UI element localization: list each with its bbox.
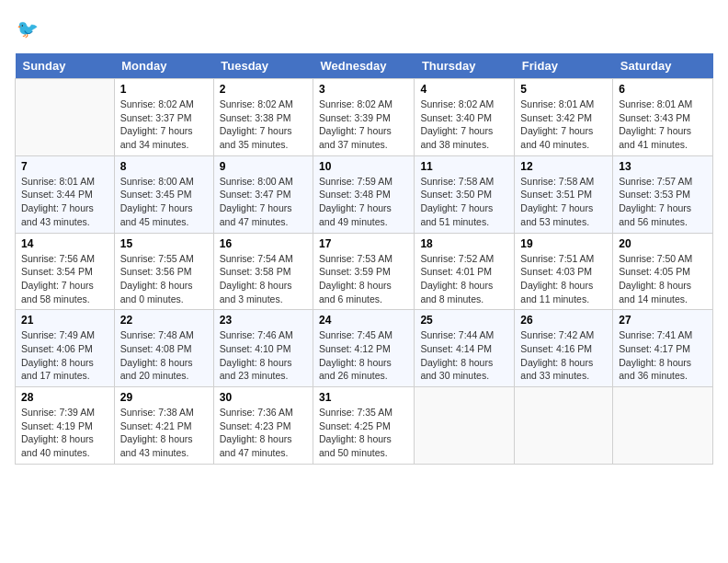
day-number: 25 xyxy=(420,314,508,327)
day-number: 5 xyxy=(520,83,607,96)
calendar-cell xyxy=(613,387,713,465)
calendar-cell: 26Sunrise: 7:42 AMSunset: 4:16 PMDayligh… xyxy=(515,310,613,387)
day-info: Sunrise: 7:50 AMSunset: 4:05 PMDaylight:… xyxy=(619,252,707,306)
day-number: 21 xyxy=(21,314,108,327)
day-info: Sunrise: 7:48 AMSunset: 4:08 PMDaylight:… xyxy=(120,328,208,383)
calendar-cell: 14Sunrise: 7:56 AMSunset: 3:54 PMDayligh… xyxy=(16,233,115,310)
day-number: 31 xyxy=(319,391,408,404)
day-number: 22 xyxy=(120,314,208,327)
calendar-cell xyxy=(415,387,515,465)
calendar-cell: 22Sunrise: 7:48 AMSunset: 4:08 PMDayligh… xyxy=(114,310,213,387)
day-number: 24 xyxy=(319,314,408,327)
day-info: Sunrise: 7:55 AMSunset: 3:56 PMDaylight:… xyxy=(120,252,208,306)
day-info: Sunrise: 8:01 AMSunset: 3:42 PMDaylight:… xyxy=(520,98,607,152)
page-header: 🐦 xyxy=(15,15,713,44)
day-number: 6 xyxy=(619,83,707,96)
calendar-cell: 7Sunrise: 8:01 AMSunset: 3:44 PMDaylight… xyxy=(16,155,115,233)
day-number: 10 xyxy=(319,160,408,173)
day-number: 8 xyxy=(120,160,208,173)
day-info: Sunrise: 7:58 AMSunset: 3:51 PMDaylight:… xyxy=(520,175,607,229)
week-row-3: 21Sunrise: 7:49 AMSunset: 4:06 PMDayligh… xyxy=(16,310,713,387)
svg-text:🐦: 🐦 xyxy=(17,18,39,40)
calendar-header: SundayMondayTuesdayWednesdayThursdayFrid… xyxy=(16,53,713,79)
calendar-cell: 30Sunrise: 7:36 AMSunset: 4:23 PMDayligh… xyxy=(213,387,313,465)
header-friday: Friday xyxy=(515,53,613,79)
calendar-cell: 27Sunrise: 7:41 AMSunset: 4:17 PMDayligh… xyxy=(613,310,713,387)
calendar-cell: 4Sunrise: 8:02 AMSunset: 3:40 PMDaylight… xyxy=(415,79,515,156)
day-number: 14 xyxy=(21,237,108,250)
day-info: Sunrise: 8:00 AMSunset: 3:47 PMDaylight:… xyxy=(220,175,307,229)
calendar-cell xyxy=(16,79,115,156)
day-number: 2 xyxy=(220,83,307,96)
day-number: 15 xyxy=(120,237,208,250)
calendar-cell: 5Sunrise: 8:01 AMSunset: 3:42 PMDaylight… xyxy=(515,79,613,156)
day-number: 30 xyxy=(220,391,307,404)
day-info: Sunrise: 7:46 AMSunset: 4:10 PMDaylight:… xyxy=(220,328,307,383)
calendar-cell: 16Sunrise: 7:54 AMSunset: 3:58 PMDayligh… xyxy=(213,233,313,310)
header-saturday: Saturday xyxy=(613,53,713,79)
day-number: 18 xyxy=(420,237,508,250)
day-number: 11 xyxy=(420,160,508,173)
calendar-body: 1Sunrise: 8:02 AMSunset: 3:37 PMDaylight… xyxy=(16,79,713,465)
day-number: 16 xyxy=(220,237,307,250)
day-number: 23 xyxy=(220,314,307,327)
calendar-cell: 18Sunrise: 7:52 AMSunset: 4:01 PMDayligh… xyxy=(415,233,515,310)
day-info: Sunrise: 7:36 AMSunset: 4:23 PMDaylight:… xyxy=(220,406,307,460)
day-info: Sunrise: 7:53 AMSunset: 3:59 PMDaylight:… xyxy=(319,252,408,306)
calendar-cell: 12Sunrise: 7:58 AMSunset: 3:51 PMDayligh… xyxy=(515,155,613,233)
calendar-cell: 1Sunrise: 8:02 AMSunset: 3:37 PMDaylight… xyxy=(114,79,213,156)
header-wednesday: Wednesday xyxy=(313,53,415,79)
calendar-cell: 31Sunrise: 7:35 AMSunset: 4:25 PMDayligh… xyxy=(313,387,415,465)
calendar-cell: 19Sunrise: 7:51 AMSunset: 4:03 PMDayligh… xyxy=(515,233,613,310)
day-info: Sunrise: 8:01 AMSunset: 3:44 PMDaylight:… xyxy=(21,175,108,229)
day-info: Sunrise: 8:02 AMSunset: 3:37 PMDaylight:… xyxy=(120,98,208,152)
calendar-cell xyxy=(515,387,613,465)
day-info: Sunrise: 7:44 AMSunset: 4:14 PMDaylight:… xyxy=(420,328,508,383)
calendar-table: SundayMondayTuesdayWednesdayThursdayFrid… xyxy=(15,53,713,465)
day-info: Sunrise: 7:54 AMSunset: 3:58 PMDaylight:… xyxy=(220,252,307,306)
calendar-cell: 13Sunrise: 7:57 AMSunset: 3:53 PMDayligh… xyxy=(613,155,713,233)
calendar-cell: 2Sunrise: 8:02 AMSunset: 3:38 PMDaylight… xyxy=(213,79,313,156)
week-row-1: 7Sunrise: 8:01 AMSunset: 3:44 PMDaylight… xyxy=(16,155,713,233)
day-number: 29 xyxy=(120,391,208,404)
calendar-cell: 6Sunrise: 8:01 AMSunset: 3:43 PMDaylight… xyxy=(613,79,713,156)
logo-icon: 🐦 xyxy=(15,15,44,44)
calendar-cell: 25Sunrise: 7:44 AMSunset: 4:14 PMDayligh… xyxy=(415,310,515,387)
day-info: Sunrise: 8:01 AMSunset: 3:43 PMDaylight:… xyxy=(619,98,707,152)
calendar-cell: 29Sunrise: 7:38 AMSunset: 4:21 PMDayligh… xyxy=(114,387,213,465)
day-info: Sunrise: 7:56 AMSunset: 3:54 PMDaylight:… xyxy=(21,252,108,306)
day-info: Sunrise: 7:52 AMSunset: 4:01 PMDaylight:… xyxy=(420,252,508,306)
week-row-4: 28Sunrise: 7:39 AMSunset: 4:19 PMDayligh… xyxy=(16,387,713,465)
calendar-cell: 11Sunrise: 7:58 AMSunset: 3:50 PMDayligh… xyxy=(415,155,515,233)
logo: 🐦 xyxy=(15,15,48,44)
day-number: 28 xyxy=(21,391,108,404)
day-number: 26 xyxy=(520,314,607,327)
day-number: 9 xyxy=(220,160,307,173)
day-number: 4 xyxy=(420,83,508,96)
calendar-cell: 17Sunrise: 7:53 AMSunset: 3:59 PMDayligh… xyxy=(313,233,415,310)
day-number: 7 xyxy=(21,160,108,173)
day-info: Sunrise: 7:58 AMSunset: 3:50 PMDaylight:… xyxy=(420,175,508,229)
calendar-cell: 10Sunrise: 7:59 AMSunset: 3:48 PMDayligh… xyxy=(313,155,415,233)
calendar-cell: 8Sunrise: 8:00 AMSunset: 3:45 PMDaylight… xyxy=(114,155,213,233)
header-sunday: Sunday xyxy=(16,53,115,79)
day-number: 12 xyxy=(520,160,607,173)
header-row: SundayMondayTuesdayWednesdayThursdayFrid… xyxy=(16,53,713,79)
week-row-2: 14Sunrise: 7:56 AMSunset: 3:54 PMDayligh… xyxy=(16,233,713,310)
day-info: Sunrise: 7:59 AMSunset: 3:48 PMDaylight:… xyxy=(319,175,408,229)
day-number: 1 xyxy=(120,83,208,96)
day-info: Sunrise: 8:02 AMSunset: 3:40 PMDaylight:… xyxy=(420,98,508,152)
day-number: 27 xyxy=(619,314,707,327)
calendar-cell: 9Sunrise: 8:00 AMSunset: 3:47 PMDaylight… xyxy=(213,155,313,233)
day-info: Sunrise: 8:00 AMSunset: 3:45 PMDaylight:… xyxy=(120,175,208,229)
calendar-cell: 24Sunrise: 7:45 AMSunset: 4:12 PMDayligh… xyxy=(313,310,415,387)
header-tuesday: Tuesday xyxy=(213,53,313,79)
day-number: 19 xyxy=(520,237,607,250)
day-info: Sunrise: 7:35 AMSunset: 4:25 PMDaylight:… xyxy=(319,406,408,460)
day-number: 13 xyxy=(619,160,707,173)
day-number: 3 xyxy=(319,83,408,96)
calendar-cell: 20Sunrise: 7:50 AMSunset: 4:05 PMDayligh… xyxy=(613,233,713,310)
day-number: 17 xyxy=(319,237,408,250)
week-row-0: 1Sunrise: 8:02 AMSunset: 3:37 PMDaylight… xyxy=(16,79,713,156)
day-info: Sunrise: 7:39 AMSunset: 4:19 PMDaylight:… xyxy=(21,406,108,460)
